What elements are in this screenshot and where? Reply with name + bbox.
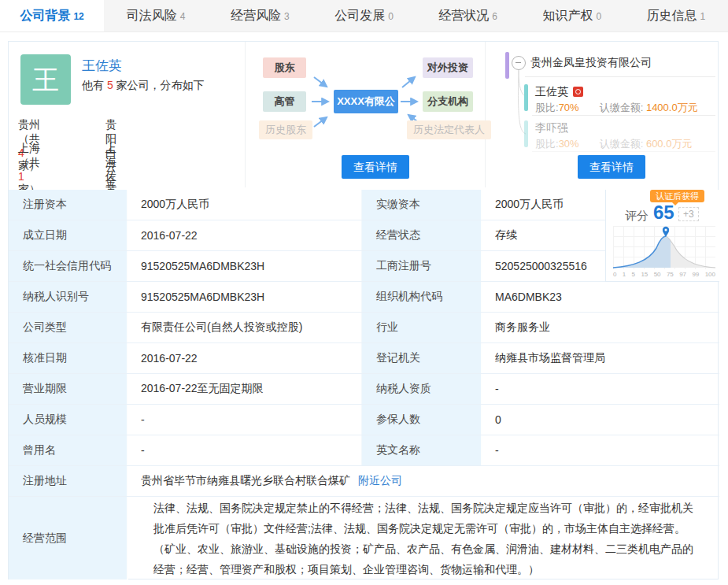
tree-child-accent: [524, 120, 528, 147]
field-value: MA6DMBK23: [482, 282, 719, 312]
divider: [532, 151, 715, 152]
tree-company-name: 贵州金凤皇投资有限公司: [530, 56, 652, 70]
field-label: 纳税人资质: [361, 374, 482, 404]
tree-view-details-button[interactable]: 查看详情: [578, 155, 645, 179]
bell-curve: [613, 226, 715, 269]
person-summary: 他有 5 家公司，分布如下: [82, 79, 205, 93]
tab-company-development[interactable]: 公司发展0: [312, 0, 416, 31]
shareholder-detail: 股比:30%认缴金额: 600.0万元: [535, 137, 692, 151]
score-value: 65: [653, 202, 674, 224]
table-row-business-scope: 经营范围 法律、法规、国务院决定规定禁止的不得经营；法律、法规、国务院决定规定应…: [9, 497, 719, 579]
field-label: 组织机构代码: [361, 282, 482, 312]
table-row: 曾用名 - 英文名称 -: [9, 435, 719, 466]
panel-divider: [245, 42, 246, 187]
tab-count: 0: [596, 11, 601, 22]
field-label: 登记机关: [361, 343, 482, 373]
field-label: 经营状态: [361, 220, 482, 250]
tab-intellectual-property[interactable]: 知识产权0: [520, 0, 624, 31]
company-profile-page: 公司背景12 司法风险4 经营风险3 公司发展0 经营状况6 知识产权0 历史信…: [0, 0, 728, 585]
score-widget: 认证后获得 评分 65 +3 015155075979910: [605, 190, 719, 282]
field-value: 2016-07-22至无固定期限: [128, 374, 361, 404]
field-label: 参保人数: [361, 405, 482, 435]
score-label: 评分: [625, 209, 649, 224]
node-center-company: XXXX有限公司: [334, 90, 398, 113]
field-label: 公司类型: [9, 313, 128, 342]
field-label: 核准日期: [9, 343, 128, 373]
field-value: 0: [482, 405, 719, 435]
divider: [525, 76, 715, 77]
shareholder-name: 李吓强: [535, 121, 568, 135]
table-row: 公司类型 有限责任公司(自然人投资或控股) 行业 商务服务业: [9, 313, 719, 343]
company-count: 5: [107, 79, 113, 91]
field-value: 商务服务业: [482, 313, 719, 342]
score-badge: 认证后获得: [650, 190, 704, 202]
table-row: 纳税人识别号 91520525MA6DMBK23H 组织机构代码 MA6DMBK…: [9, 282, 719, 313]
score-distribution-chart: [613, 226, 715, 269]
tab-history-info[interactable]: 历史信息1: [624, 0, 728, 31]
field-value: -: [482, 435, 719, 465]
person-name-link[interactable]: 王佐英: [82, 57, 122, 75]
tab-company-background[interactable]: 公司背景12: [0, 0, 104, 31]
content-container: 王 王佐英 他有 5 家公司，分布如下 贵州（共4家） 贵阳白云金凤皇餐饮有..…: [8, 41, 719, 579]
node-outbound-investment: 对外投资: [423, 57, 473, 78]
field-label: 纳税人识别号: [9, 282, 128, 312]
panel-divider: [485, 42, 486, 187]
field-label: 统一社会信用代码: [9, 251, 128, 281]
tab-bar: 公司背景12 司法风险4 经营风险3 公司发展0 经营状况6 知识产权0 历史信…: [0, 0, 728, 32]
field-label: 人员规模: [9, 405, 128, 435]
region-label: 上海（共1家）: [18, 142, 40, 197]
field-value: 2016-07-22: [128, 220, 361, 250]
score-bonus: +3: [678, 207, 699, 221]
score-pin-icon: [663, 227, 669, 237]
collapse-icon[interactable]: [512, 56, 526, 70]
nearby-companies-link[interactable]: 附近公司: [358, 474, 402, 488]
tab-count: 1: [700, 11, 706, 22]
node-branches: 分支机构: [423, 91, 473, 112]
field-label: 注册资本: [9, 190, 128, 220]
field-value: 法律、法规、国务院决定规定禁止的不得经营；法律、法规、国务院决定规定应当许可（审…: [128, 497, 719, 579]
tab-operating-status[interactable]: 经营状况6: [416, 0, 520, 31]
actual-controller-icon: [573, 87, 583, 97]
node-history-shareholder: 历史股东: [259, 120, 312, 139]
divider: [532, 115, 715, 116]
field-label: 营业期限: [9, 374, 128, 404]
tree-root-accent: [505, 52, 509, 79]
table-row: 核准日期 2016-07-22 登记机关 纳雍县市场监督管理局: [9, 343, 719, 374]
field-label: 成立日期: [9, 220, 128, 250]
field-value: 91520525MA6DMBK23H: [128, 251, 361, 281]
node-shareholder: 股东: [263, 57, 306, 78]
field-value: -: [128, 435, 361, 465]
node-executive: 高管: [263, 91, 306, 112]
field-label: 行业: [361, 313, 482, 342]
field-label: 曾用名: [9, 435, 128, 465]
field-label: 注册地址: [9, 466, 128, 496]
tab-count: 6: [492, 11, 497, 22]
field-value: 纳雍县市场监督管理局: [482, 343, 719, 373]
diagram-view-details-button[interactable]: 查看详情: [342, 155, 409, 179]
field-value: 有限责任公司(自然人投资或控股): [128, 313, 361, 342]
tab-count: 4: [180, 11, 186, 22]
field-label: 工商注册号: [361, 251, 482, 281]
table-row: 营业期限 2016-07-22至无固定期限 纳税人资质 -: [9, 374, 719, 405]
shareholder-detail: 股比:70%认缴金额: 1400.0万元: [535, 101, 698, 115]
tab-operating-risk[interactable]: 经营风险3: [208, 0, 312, 31]
tab-judicial-risk[interactable]: 司法风险4: [104, 0, 208, 31]
node-history-legal-rep: 历史法定代表人: [407, 120, 491, 139]
field-label: 经营范围: [9, 497, 128, 579]
field-label: 实缴资本: [361, 190, 482, 220]
table-row: 人员规模 - 参保人数 0: [9, 405, 719, 435]
field-value: 91520525MA6DMBK23H: [128, 282, 361, 312]
tree-child-accent: [524, 84, 528, 111]
score-axis-ticks: 0151550759799100: [613, 271, 715, 278]
tab-count: 12: [73, 11, 83, 22]
field-value: 2000万人民币: [128, 190, 361, 220]
field-label: 英文名称: [361, 435, 482, 465]
field-value: -: [128, 405, 361, 435]
field-value: 2016-07-22: [128, 343, 361, 373]
field-value: -: [482, 374, 719, 404]
tab-count: 0: [388, 11, 394, 22]
shareholder-name: 王佐英: [535, 85, 583, 99]
tab-count: 3: [284, 11, 290, 22]
avatar: 王: [20, 54, 71, 105]
